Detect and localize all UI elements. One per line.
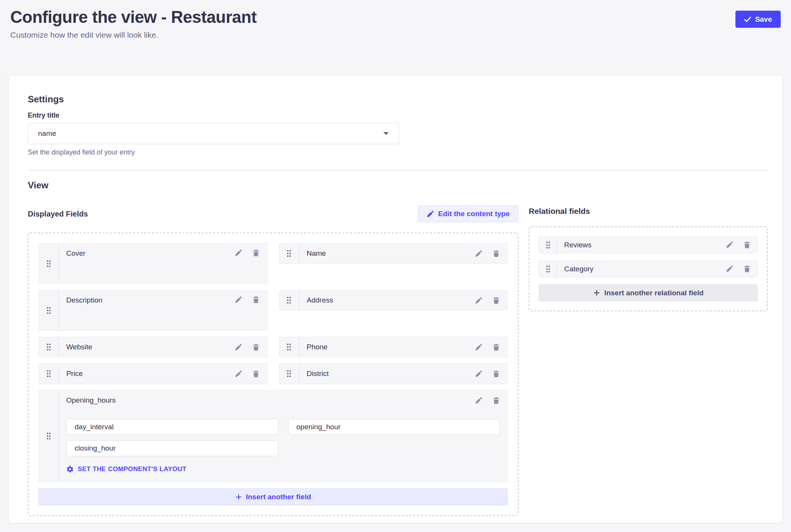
pencil-icon <box>235 344 242 351</box>
field-card-body: Reviews <box>557 237 758 253</box>
edit-field-button[interactable] <box>235 249 242 256</box>
field-cell: Description <box>38 290 268 331</box>
drag-handle-icon[interactable] <box>44 304 54 317</box>
set-component-layout-link[interactable]: SET THE COMPONENT'S LAYOUT <box>66 465 500 473</box>
displayed-fields-header: Displayed Fields Edit the content type <box>28 204 518 223</box>
drag-handle-icon[interactable] <box>44 368 54 380</box>
field-cell: Address <box>279 290 508 311</box>
pencil-icon <box>726 265 733 272</box>
relational-fields-dropzone: Reviews Category <box>529 226 768 311</box>
field-row: Website <box>38 337 508 357</box>
drag-handle-icon[interactable] <box>284 341 294 353</box>
delete-field-button[interactable] <box>493 250 500 257</box>
trash-icon <box>743 265 751 272</box>
field-label: Website <box>66 343 92 351</box>
delete-field-button[interactable] <box>493 344 500 351</box>
trash-icon <box>252 249 260 256</box>
field-cell: Name <box>279 243 508 264</box>
configure-view-panel: Settings Entry title name Set the displa… <box>9 76 782 523</box>
delete-field-button[interactable] <box>252 344 260 351</box>
edit-field-button[interactable] <box>235 296 242 303</box>
field-label: Description <box>66 296 102 304</box>
drag-column <box>39 290 59 330</box>
entry-title-select[interactable]: name <box>28 123 399 144</box>
field-card-body: Name <box>299 244 508 263</box>
component-card-body: Opening_hours day_interval opening_hour … <box>59 390 507 482</box>
relational-field-label: Category <box>564 265 593 273</box>
delete-field-button[interactable] <box>493 397 500 404</box>
drag-handle-icon[interactable] <box>543 263 553 275</box>
edit-field-button[interactable] <box>235 370 242 377</box>
field-card-body: Address <box>299 290 508 310</box>
edit-field-button[interactable] <box>475 370 482 377</box>
drag-handle-icon[interactable] <box>44 430 54 442</box>
drag-column <box>279 244 299 263</box>
drag-column <box>279 290 299 310</box>
field-actions <box>475 397 500 404</box>
drag-column <box>539 237 557 253</box>
relational-field-label: Reviews <box>564 241 592 249</box>
subfield-day-interval[interactable]: day_interval <box>66 419 278 435</box>
plus-icon <box>235 494 242 500</box>
edit-field-button[interactable] <box>475 297 482 304</box>
field-label: Cover <box>66 249 86 258</box>
field-card-description: Description <box>38 290 268 331</box>
trash-icon <box>743 241 751 248</box>
gear-icon <box>66 465 74 473</box>
field-label: Name <box>307 249 326 258</box>
drag-handle-icon[interactable] <box>543 239 553 251</box>
field-card-body: District <box>299 364 508 384</box>
drag-handle-icon[interactable] <box>284 294 294 306</box>
drag-handle-icon[interactable] <box>284 368 294 380</box>
page-title: Configure the view - Restaurant <box>10 8 257 27</box>
insert-another-relational-field-button[interactable]: Insert another relational field <box>539 284 758 301</box>
entry-title-select-value: name <box>38 129 56 138</box>
drag-handle-icon[interactable] <box>284 247 294 260</box>
section-divider <box>28 170 768 171</box>
subfield-closing-hour[interactable]: closing_hour <box>66 440 278 456</box>
subfield-opening-hour[interactable]: opening_hour <box>288 419 500 435</box>
trash-icon <box>493 250 500 257</box>
pencil-icon <box>475 344 482 351</box>
save-button[interactable]: Save <box>735 11 781 28</box>
subfield-label: closing_hour <box>75 444 116 452</box>
drag-handle-icon[interactable] <box>44 341 54 353</box>
delete-field-button[interactable] <box>493 297 500 304</box>
component-card-header: Opening_hours <box>66 396 500 405</box>
edit-field-button[interactable] <box>726 241 733 248</box>
settings-heading: Settings <box>28 94 768 105</box>
subfield-label: day_interval <box>75 423 113 431</box>
field-card-name: Name <box>279 243 508 264</box>
edit-field-button[interactable] <box>475 344 482 351</box>
field-label: District <box>307 370 329 378</box>
field-card-district: District <box>279 363 508 384</box>
insert-another-field-label: Insert another field <box>246 493 311 501</box>
edit-field-button[interactable] <box>475 250 482 257</box>
insert-another-field-button[interactable]: Insert another field <box>38 488 508 505</box>
pencil-icon <box>427 210 434 218</box>
field-actions <box>475 344 500 351</box>
edit-field-button[interactable] <box>475 397 482 404</box>
edit-content-type-button[interactable]: Edit the content type <box>418 205 518 222</box>
drag-handle-icon[interactable] <box>44 258 54 270</box>
component-label: Opening_hours <box>66 396 116 405</box>
field-card-body: Price <box>59 364 267 384</box>
field-row: Description <box>38 290 508 331</box>
field-card-phone: Phone <box>279 337 508 357</box>
edit-field-button[interactable] <box>726 265 733 272</box>
delete-field-button[interactable] <box>252 296 260 303</box>
field-card-body: Cover <box>59 244 267 284</box>
entry-title-label: Entry title <box>28 111 768 119</box>
trash-icon <box>493 397 500 404</box>
delete-field-button[interactable] <box>743 265 751 272</box>
field-cell: District <box>279 363 508 384</box>
delete-field-button[interactable] <box>252 249 260 256</box>
delete-field-button[interactable] <box>252 370 260 377</box>
drag-column <box>39 364 59 384</box>
delete-field-button[interactable] <box>743 241 751 248</box>
page-subtitle: Customize how the edit view will look li… <box>10 30 257 40</box>
pencil-icon <box>235 296 242 303</box>
relational-card-reviews: Reviews <box>539 236 758 253</box>
edit-field-button[interactable] <box>235 344 242 351</box>
delete-field-button[interactable] <box>493 370 500 377</box>
